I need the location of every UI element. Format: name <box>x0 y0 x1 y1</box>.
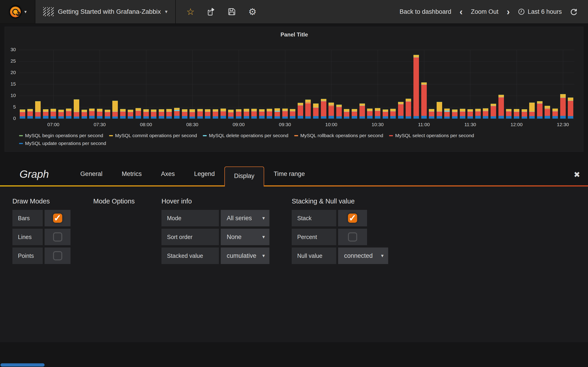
grafana-menu-button[interactable]: ▾ <box>0 0 35 23</box>
plot-area[interactable] <box>19 50 574 119</box>
legend-item[interactable]: MySQL select operations per second <box>389 133 474 138</box>
tab-axes[interactable]: Axes <box>151 170 184 185</box>
stacked-bar <box>506 109 511 119</box>
stacked-bar <box>398 102 404 119</box>
stacked-bar <box>359 103 365 119</box>
stacked-bar <box>282 108 288 119</box>
legend-item[interactable]: MySQL rollback operations per second <box>294 133 383 138</box>
save-icon[interactable] <box>227 7 237 17</box>
dashboard-title: Getting Started with Grafana-Zabbix <box>58 8 161 15</box>
legend-item[interactable]: MySQL begin operations per second <box>19 133 103 138</box>
navbar: ▾ Getting Started with Grafana-Zabbix ▾ … <box>0 0 588 24</box>
refresh-icon[interactable] <box>569 7 579 17</box>
panel-title[interactable]: Panel Title <box>5 31 584 38</box>
stacking-title: Stacking & Null value <box>292 198 355 205</box>
grafana-menu-caret-icon: ▾ <box>24 9 27 15</box>
back-to-dashboard-button[interactable]: Back to dashboard <box>400 8 451 15</box>
graph-panel: Panel Title 051015202530 07:0007:3008:00… <box>5 27 583 152</box>
stacked-bar <box>305 100 311 119</box>
legend: MySQL begin operations per second MySQL … <box>19 133 570 148</box>
share-icon[interactable] <box>206 7 216 17</box>
tab-display[interactable]: Display <box>225 167 264 186</box>
stacked-bar <box>429 109 434 119</box>
stacked-bar <box>290 109 295 119</box>
dashboard-icon <box>43 7 54 16</box>
series-swatch <box>389 135 393 136</box>
stacked-bar <box>560 94 566 119</box>
close-editor-icon[interactable]: ✖ <box>574 171 580 178</box>
zoom-out-button[interactable]: Zoom Out <box>471 8 498 15</box>
stacked-bar <box>97 109 103 119</box>
stacked-bar <box>390 109 396 119</box>
series-swatch <box>109 135 113 136</box>
draw-mode-points-label: Points <box>12 248 43 264</box>
time-picker-button[interactable]: Last 6 hours <box>518 8 562 15</box>
stacked-bar <box>267 109 272 119</box>
tab-time-range[interactable]: Time range <box>264 170 315 185</box>
stacked-bar <box>251 109 257 119</box>
stacked-bar <box>89 108 95 119</box>
stacked-bar <box>352 109 357 119</box>
percent-label: Percent <box>292 229 336 245</box>
stacked-bar <box>437 102 442 119</box>
percent-checkbox[interactable] <box>338 229 367 245</box>
time-shift-right-icon[interactable]: › <box>505 7 511 16</box>
stacked-bar <box>151 109 156 119</box>
stack-checkbox[interactable]: ✓ <box>338 210 367 226</box>
stacked-bar <box>344 109 349 119</box>
stacked-bar <box>414 55 419 119</box>
dashboard-title-button[interactable]: Getting Started with Grafana-Zabbix ▾ <box>35 0 176 23</box>
hover-info-title: Hover info <box>162 198 192 205</box>
draw-mode-bars-label: Bars <box>12 210 43 226</box>
draw-modes-title: Draw Modes <box>12 198 50 205</box>
stacked-bar <box>467 109 473 119</box>
stacked-bar <box>58 110 64 119</box>
stacked-bar <box>444 108 450 119</box>
stacked-bar <box>491 104 496 119</box>
stacked-bar <box>336 105 342 119</box>
stacked-bar <box>112 101 118 119</box>
stacked-bar <box>421 82 427 119</box>
dashboard-actions: ☆ ⚙ <box>176 0 267 23</box>
draw-mode-lines-checkbox[interactable] <box>44 229 70 245</box>
stacked-bar <box>159 109 164 119</box>
star-icon[interactable]: ☆ <box>185 7 195 17</box>
series-swatch <box>19 143 23 144</box>
stacked-bar <box>27 109 33 119</box>
editor-plugin-title: Graph <box>19 168 49 185</box>
stacked-bar <box>545 106 550 119</box>
stacked-bar <box>298 103 303 119</box>
stacked-bar <box>105 110 110 119</box>
stacked-bar <box>383 109 388 119</box>
draw-mode-bars-checkbox[interactable]: ✓ <box>44 210 70 226</box>
tab-metrics[interactable]: Metrics <box>112 170 151 185</box>
display-tab-content: Draw Modes Bars ✓ Lines Points Mode Opti… <box>0 186 588 342</box>
stacked-bar <box>43 109 48 119</box>
tab-legend[interactable]: Legend <box>184 170 225 185</box>
tab-general[interactable]: General <box>71 170 112 185</box>
stacked-bar <box>406 99 411 119</box>
stacked-bar <box>375 108 380 119</box>
legend-item[interactable]: MySQL delete operations per second <box>203 133 288 138</box>
legend-item[interactable]: MySQL update operations per second <box>19 141 106 146</box>
hover-mode-select[interactable]: All series▾ <box>221 210 269 226</box>
scrollbar-thumb[interactable] <box>0 363 44 367</box>
stacked-bar <box>35 101 41 119</box>
stacked-bar <box>66 108 71 119</box>
legend-item[interactable]: MySQL commit operations per second <box>109 133 197 138</box>
draw-mode-points-checkbox[interactable] <box>44 248 70 264</box>
stack-label: Stack <box>292 210 336 226</box>
navbar-right: Back to dashboard ‹ Zoom Out › Last 6 ho… <box>400 0 588 23</box>
gear-icon[interactable]: ⚙ <box>247 7 258 17</box>
time-range-label: Last 6 hours <box>527 8 562 15</box>
stacked-bar <box>20 109 25 119</box>
grafana-app: ▾ Getting Started with Grafana-Zabbix ▾ … <box>0 0 588 367</box>
time-shift-left-icon[interactable]: ‹ <box>458 7 464 16</box>
stacked-bar <box>197 109 203 119</box>
stacked-bar <box>275 108 280 119</box>
stacked-bar <box>313 103 319 119</box>
null-value-select[interactable]: connected▾ <box>338 248 388 264</box>
stacked-bar <box>498 95 504 119</box>
sort-order-select[interactable]: None▾ <box>221 229 269 245</box>
stacked-value-select[interactable]: cumulative▾ <box>221 248 269 264</box>
